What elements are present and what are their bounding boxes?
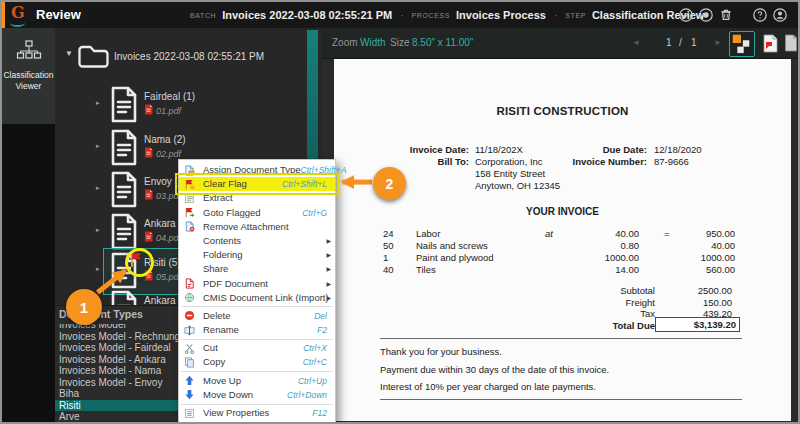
menu-item-label: Contents [203,234,241,248]
view-properties-icon [184,408,195,419]
menu-item-label: Delete [203,309,230,323]
extract-icon [184,193,195,204]
document-file-link[interactable]: 01.pdf [144,105,181,116]
menu-item-assign-document-type[interactable]: Assign Document TypeCtrl+Shift+A [179,163,335,177]
menu-item-clear-flag[interactable]: Clear FlagCtrl+Shift+L [179,177,335,191]
menu-item-shortcut: Ctrl+Up [298,374,327,388]
menu-item-contents[interactable]: Contents▶ [179,234,335,248]
menu-item-shortcut: F12 [312,406,327,420]
invoice-price: 14.00 [559,264,639,275]
document-page[interactable]: RISITI CONSTRUCTION Invoice Date: 11/18/… [334,59,791,421]
expand-icon[interactable]: ▸ [96,142,100,150]
menu-item-view-properties[interactable]: View PropertiesF12 [179,406,335,420]
menu-item-label: Share [203,262,228,276]
menu-item-label: Remove Attachment [203,220,289,234]
due-date-value: 12/18/2020 [654,144,702,155]
menu-item-copy[interactable]: CopyCtrl+C [179,355,335,369]
invoice-desc: Nails and screws [416,240,488,251]
menu-item-cmis-document-link-import[interactable]: CMIS Document Link (Import)▶ [179,291,335,305]
page-size-value[interactable]: 8.50" x 11.00" [412,37,473,48]
bill-to-street: 158 Entity Street [475,168,545,179]
expand-icon[interactable]: ▸ [96,226,100,234]
invoice-price: 0.80 [559,240,639,251]
menu-item-label: Rename [203,323,239,337]
collapse-icon[interactable]: ▼ [65,49,73,58]
total-label: Total Due [555,320,655,331]
document-icon [110,129,138,166]
prev-page-button[interactable]: ◄ [632,38,640,47]
menu-item-move-down[interactable]: Move DownCtrl+Down [179,388,335,402]
delete-icon [184,310,195,321]
assign-document-type-icon [184,165,195,176]
bill-to-city: Anytown, OH 12345 [475,180,560,191]
context-menu: Assign Document TypeCtrl+Shift+AClear Fl… [178,159,336,424]
batch-folder-label[interactable]: Invoices 2022-03-08 02:55:21 PM [114,51,264,62]
review-app: G Review BATCH Invoices 2022-03-08 02:55… [0,0,800,424]
invoice-line-item: 24Laborat40.00=950.00 [334,228,791,240]
bill-to-label: Bill To: [369,156,469,167]
invoice-line-item: 50Nails and screws0.8040.00 [334,240,791,252]
menu-item-shortcut: Ctrl+Shift+L [282,177,327,191]
menu-item-share[interactable]: Share▶ [179,262,335,276]
menu-item-foldering[interactable]: Foldering▶ [179,248,335,262]
text-view-icon[interactable] [784,34,798,52]
expand-icon[interactable]: ▸ [96,99,100,107]
copy-icon [184,357,195,368]
callout-badge-2: 2 [373,167,406,200]
total-label: Tax [555,308,655,319]
menu-item-rename[interactable]: RenameF2 [179,323,335,337]
context-menu-list: Assign Document TypeCtrl+Shift+AClear Fl… [179,160,335,423]
zoom-mode-button[interactable]: Width [360,37,386,48]
invoice-price: 40.00 [559,228,639,239]
menu-item-extract[interactable]: Extract [179,191,335,205]
folder-icon [77,42,109,69]
document-file-link[interactable]: 04.pdf [144,232,181,243]
menu-item-label: Clear Flag [203,177,247,191]
invoice-qty: 50 [383,240,394,251]
menu-item-delete[interactable]: DeleteDel [179,309,335,323]
due-date-label: Due Date: [547,144,647,155]
menu-item-label: PDF Document [203,277,268,291]
document-file-link[interactable]: 02.pdf [144,148,181,159]
invoice-note: Thank you for your business. [380,346,502,357]
document-icon [110,86,138,123]
document-file-name: 02.pdf [156,149,181,159]
invoice-number-value: 87-9666 [654,156,689,167]
total-value: 150.00 [652,297,732,308]
tree-item-nama-2[interactable]: Nama (2) [144,134,186,145]
page-current: 1 [666,37,672,48]
invoice-line-item: 40Tiles14.00560.00 [334,264,791,276]
menu-item-move-up[interactable]: Move UpCtrl+Up [179,374,335,388]
invoice-qty: 1 [383,252,388,263]
total-value: $3,139.20 [655,317,740,332]
invoice-qty: 40 [383,264,394,275]
pdf-view-icon[interactable] [762,34,778,53]
submenu-arrow-icon: ▶ [326,248,331,262]
classification-view-icon[interactable] [729,31,755,57]
total-label: Freight [555,297,655,308]
menu-item-cut[interactable]: CutCtrl+X [179,341,335,355]
invoice-line-item: 1Paint and plywood1000.001000.00 [334,252,791,264]
document-file-link[interactable]: 03.pdf [144,190,181,201]
menu-item-shortcut: Ctrl+G [302,206,327,220]
goto-flagged-icon [184,207,195,218]
invoice-total-row: Total Due$3,139.20 [334,320,791,332]
menu-item-goto-flagged[interactable]: Goto FlaggedCtrl+G [179,206,335,220]
remove-attachment-icon [184,221,195,232]
next-page-button[interactable]: ► [714,38,722,47]
invoice-total-row: Subtotal2500.00 [334,285,791,297]
expand-icon[interactable]: ▸ [96,184,100,192]
pdf-document-icon [184,278,195,289]
rename-icon [184,325,195,336]
menu-item-label: Foldering [203,248,243,262]
tree-item-fairdeal-1[interactable]: Fairdeal (1) [144,91,195,102]
menu-item-label: Cut [203,341,218,355]
divider [380,338,742,339]
menu-item-remove-attachment[interactable]: Remove Attachment [179,220,335,234]
expand-icon[interactable]: ▸ [96,265,100,273]
menu-item-pdf-document[interactable]: PDF Document▶ [179,277,335,291]
invoice-amount: 560.00 [655,264,735,275]
document-file-name: 01.pdf [156,106,181,116]
pdf-file-icon [144,231,153,244]
menu-item-shortcut: Del [314,309,327,323]
